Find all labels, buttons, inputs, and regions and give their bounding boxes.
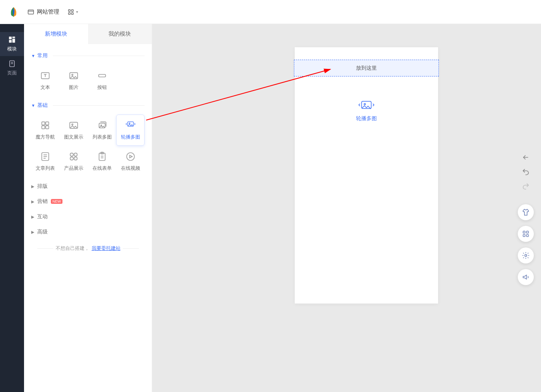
browser-icon xyxy=(27,8,34,16)
svg-point-26 xyxy=(129,123,130,123)
divider xyxy=(123,248,139,249)
module-list-multi[interactable]: 列表多图 xyxy=(88,115,117,146)
chevron-right-icon: ▶ xyxy=(31,184,35,189)
section-advanced-header[interactable]: ▶ 高级 xyxy=(31,226,145,238)
components-button[interactable] xyxy=(518,226,534,242)
svg-rect-42 xyxy=(523,231,525,233)
left-rail: 模块 页面 xyxy=(0,24,24,392)
apps-nav[interactable]: ▾ xyxy=(67,8,78,16)
module-product-show[interactable]: 产品展示 xyxy=(60,146,88,177)
module-carousel[interactable]: 轮播多图 xyxy=(116,115,145,146)
rail-pages-label: 页面 xyxy=(7,70,17,76)
carousel-placeholder[interactable]: 轮播多图 xyxy=(356,100,377,122)
rail-modules[interactable]: 模块 xyxy=(0,32,24,56)
svg-rect-19 xyxy=(42,126,45,129)
back-button[interactable] xyxy=(521,153,530,162)
module-online-video[interactable]: 在线视频 xyxy=(116,146,145,177)
svg-rect-18 xyxy=(46,122,49,125)
site-management-label: 网站管理 xyxy=(37,8,59,16)
announce-button[interactable] xyxy=(518,269,534,285)
section-common-label: 常用 xyxy=(37,52,48,59)
svg-rect-20 xyxy=(46,126,49,129)
svg-rect-4 xyxy=(68,12,70,14)
module-online-video-label: 在线视频 xyxy=(121,165,140,172)
module-cube-nav[interactable]: 魔方导航 xyxy=(31,115,60,146)
drop-zone[interactable]: 放到这里 xyxy=(294,60,439,76)
module-online-form[interactable]: 在线表单 xyxy=(88,146,117,177)
rail-pages[interactable]: 页面 xyxy=(0,56,24,80)
module-image[interactable]: 图片 xyxy=(60,65,88,96)
divider xyxy=(37,248,53,249)
module-image-text[interactable]: 图文展示 xyxy=(60,115,88,146)
preview-body: 轮播多图 xyxy=(295,76,438,304)
section-layout: ▶ 排版 xyxy=(31,180,145,192)
form-icon xyxy=(97,151,107,162)
image-icon xyxy=(68,70,79,81)
panel-body: ▼ 常用 文本 图片 按钮 xyxy=(24,44,152,392)
app-logo xyxy=(8,6,19,18)
modules-icon xyxy=(8,36,16,44)
theme-button[interactable] xyxy=(518,204,534,220)
svg-point-39 xyxy=(127,153,135,161)
module-button[interactable]: 按钮 xyxy=(88,65,117,96)
chevron-right-icon: ▶ xyxy=(31,215,35,219)
svg-rect-6 xyxy=(9,37,12,40)
redo-button[interactable] xyxy=(521,182,530,191)
section-common-header[interactable]: ▼ 常用 xyxy=(31,50,145,62)
svg-rect-43 xyxy=(527,231,529,233)
svg-point-15 xyxy=(72,74,73,75)
module-product-show-label: 产品展示 xyxy=(64,165,83,172)
svg-rect-31 xyxy=(70,153,73,156)
svg-rect-8 xyxy=(12,39,15,43)
module-article-list[interactable]: 文章列表 xyxy=(31,146,60,177)
panel-footer: 不想自己搭建，我要委托建站 xyxy=(31,245,145,252)
pages-icon xyxy=(8,60,16,68)
section-basic-header[interactable]: ▼ 基础 xyxy=(31,99,145,111)
product-show-icon xyxy=(68,151,79,162)
basic-grid: 魔方导航 图文展示 列表多图 轮播多图 文章列表 xyxy=(31,115,145,177)
divider xyxy=(53,105,145,106)
svg-rect-33 xyxy=(70,157,73,160)
common-grid: 文本 图片 按钮 xyxy=(31,65,145,96)
article-list-icon xyxy=(40,151,50,162)
apps-grid-icon xyxy=(67,8,74,16)
module-text[interactable]: 文本 xyxy=(31,65,60,96)
settings-button[interactable] xyxy=(518,247,534,263)
svg-point-41 xyxy=(364,103,366,105)
mobile-preview: 放到这里 轮播多图 xyxy=(295,47,438,304)
text-icon xyxy=(40,70,50,81)
section-marketing-label: 营销 xyxy=(37,198,48,205)
svg-rect-2 xyxy=(68,10,70,12)
chevron-right-icon: ▶ xyxy=(31,199,35,204)
svg-rect-17 xyxy=(42,122,45,125)
section-advanced: ▶ 高级 xyxy=(31,226,145,238)
section-interactive-header[interactable]: ▶ 互动 xyxy=(31,211,145,223)
video-icon xyxy=(125,151,136,162)
module-carousel-label: 轮播多图 xyxy=(121,134,140,141)
site-management-nav[interactable]: 网站管理 xyxy=(27,8,59,16)
section-layout-header[interactable]: ▶ 排版 xyxy=(31,180,145,192)
delegate-link[interactable]: 我要委托建站 xyxy=(92,245,121,252)
panel-tabs: 新增模块 我的模块 xyxy=(24,24,152,44)
section-common: ▼ 常用 文本 图片 按钮 xyxy=(31,50,145,96)
svg-rect-45 xyxy=(527,235,529,237)
chevron-down-icon: ▾ xyxy=(76,10,78,14)
svg-point-46 xyxy=(525,255,527,257)
list-multi-icon xyxy=(97,120,107,131)
section-layout-label: 排版 xyxy=(37,183,48,190)
tab-my-modules[interactable]: 我的模块 xyxy=(88,24,152,44)
module-text-label: 文本 xyxy=(40,84,50,91)
tab-my-modules-label: 我的模块 xyxy=(109,30,131,38)
module-cube-nav-label: 魔方导航 xyxy=(36,134,55,141)
module-image-label: 图片 xyxy=(69,84,78,91)
footer-prefix: 不想自己搭建， xyxy=(56,245,89,252)
svg-rect-34 xyxy=(74,157,77,160)
section-advanced-label: 高级 xyxy=(37,228,48,235)
module-button-label: 按钮 xyxy=(97,84,107,91)
undo-button[interactable] xyxy=(521,167,530,176)
section-marketing-header[interactable]: ▶ 营销 NEW xyxy=(31,195,145,207)
tab-add-module-label: 新增模块 xyxy=(45,30,67,38)
svg-rect-32 xyxy=(74,153,77,156)
drop-zone-label: 放到这里 xyxy=(356,64,377,72)
tab-add-module[interactable]: 新增模块 xyxy=(24,24,88,44)
